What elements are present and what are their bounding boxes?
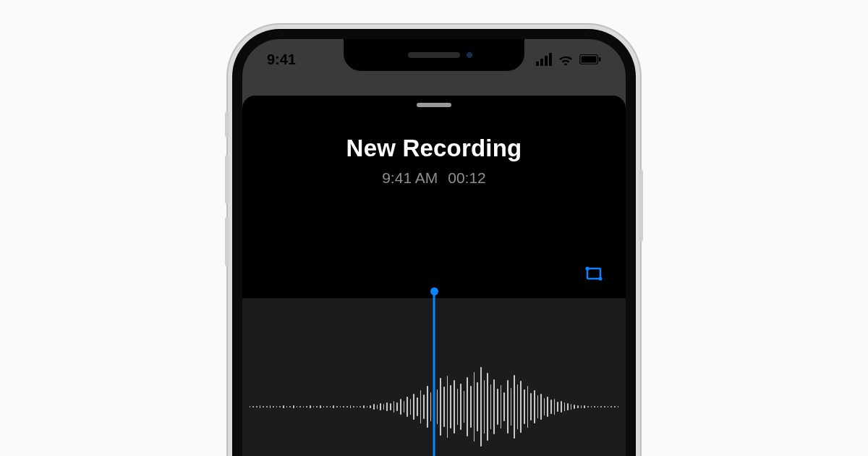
side-button — [639, 169, 643, 242]
mute-switch — [225, 111, 229, 138]
recording-sheet: New Recording 9:41 AM 00:12 — [242, 96, 626, 456]
battery-icon — [579, 54, 601, 64]
phone-frame: 9:41 New Recording — [228, 25, 640, 456]
recording-time-label: 9:41 AM — [382, 169, 438, 187]
waveform-area[interactable] — [242, 298, 626, 456]
playhead[interactable] — [433, 291, 435, 456]
svg-point-4 — [585, 266, 589, 270]
sheet-grabber[interactable] — [417, 103, 451, 107]
phone-bezel: 9:41 New Recording — [232, 29, 636, 456]
recording-title[interactable]: New Recording — [242, 135, 626, 162]
earpiece-speaker — [408, 52, 460, 58]
front-camera — [465, 51, 474, 59]
volume-down-button — [225, 217, 229, 266]
svg-point-5 — [598, 276, 602, 280]
status-time: 9:41 — [267, 51, 296, 68]
trim-button[interactable] — [584, 263, 605, 285]
wifi-icon — [558, 54, 574, 65]
svg-rect-2 — [599, 57, 601, 62]
cellular-signal-icon — [536, 53, 552, 66]
volume-up-button — [225, 155, 229, 204]
screen: 9:41 New Recording — [242, 39, 626, 456]
svg-rect-3 — [587, 269, 600, 279]
recording-duration: 00:12 — [448, 169, 486, 187]
notch — [344, 39, 524, 71]
svg-rect-1 — [582, 56, 597, 63]
